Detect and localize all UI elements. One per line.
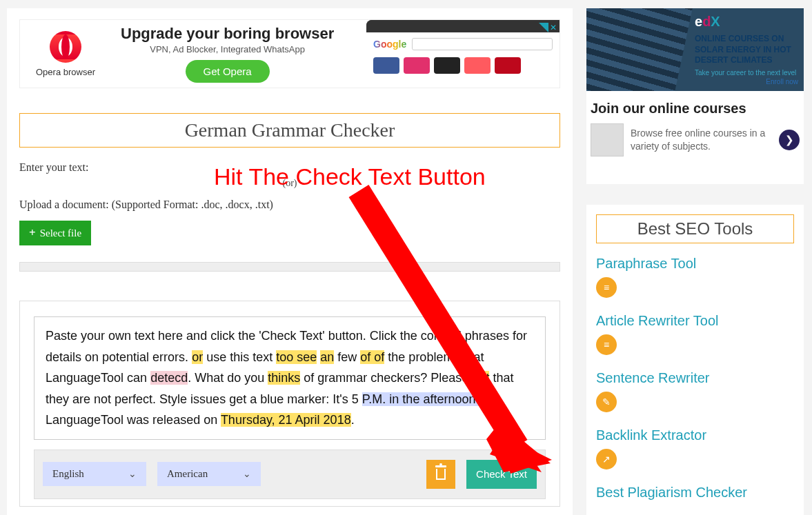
or-label: (or) — [19, 178, 560, 189]
seo-tools-panel: Best SEO Tools Paraphrase Tool≡Article R… — [586, 205, 804, 515]
solar-panel-image — [586, 8, 694, 91]
editor-text: few — [334, 350, 360, 364]
edx-thumb-image — [591, 123, 624, 156]
divider-strip — [19, 262, 560, 272]
highlighted-text[interactable]: P.M. in the afternoon. — [362, 392, 479, 406]
language-select[interactable]: English ⌄ — [43, 462, 146, 486]
highlighted-text[interactable]: thinks — [268, 371, 300, 385]
edx-ad[interactable]: ✕ edX ONLINE COURSES ON SOLAR ENERGY IN … — [586, 8, 804, 184]
plus-icon: + — [29, 226, 36, 240]
tool-icon: ✎ — [596, 392, 617, 412]
edx-description: Browse free online courses in a variety … — [631, 127, 772, 153]
mock-app-tile — [464, 57, 491, 74]
text-editor[interactable]: Paste your own text here and click the '… — [34, 316, 546, 440]
edx-heading: Join our online courses — [586, 101, 804, 123]
chevron-down-icon: ⌄ — [243, 468, 251, 480]
edx-enroll-link[interactable]: Enroll now — [695, 78, 798, 85]
opera-cta-button[interactable]: Get Opera — [186, 60, 270, 83]
editor-text: . What do you — [188, 371, 268, 385]
highlighted-text[interactable]: of of — [360, 350, 384, 364]
editor-container: Paste your own text here and click the '… — [19, 301, 560, 507]
adchoices-icon[interactable] — [539, 23, 548, 32]
highlighted-text[interactable]: not — [472, 371, 489, 385]
seo-tool-item: Article Rewriter Tool≡ — [596, 313, 794, 355]
seo-tool-link[interactable]: Paraphrase Tool — [596, 256, 794, 272]
page-title: German Grammar Checker — [19, 113, 560, 148]
opera-screenshot: Google — [366, 20, 560, 88]
mock-app-tile — [404, 57, 430, 74]
sidebar: ✕ edX ONLINE COURSES ON SOLAR ENERGY IN … — [586, 8, 804, 515]
opera-ad[interactable]: Opera browser Upgrade your boring browse… — [19, 19, 560, 88]
seo-tools-heading: Best SEO Tools — [596, 214, 794, 243]
edx-course-title: ONLINE COURSES ON SOLAR ENERGY IN HOT DE… — [695, 34, 798, 66]
main-panel: Opera browser Upgrade your boring browse… — [7, 8, 573, 515]
seo-tool-link[interactable]: Best Plagiarism Checker — [596, 485, 794, 501]
tool-icon: ↗ — [596, 449, 617, 469]
seo-tool-item: Sentence Rewriter✎ — [596, 370, 794, 412]
mock-app-tile — [495, 57, 521, 74]
editor-text: . — [351, 413, 355, 427]
check-text-button[interactable]: Check Text — [466, 460, 537, 489]
highlighted-text[interactable]: too see — [276, 350, 317, 364]
seo-tool-item: Best Plagiarism Checker — [596, 485, 794, 501]
mock-search-bar — [412, 38, 553, 50]
google-logo: Google — [373, 39, 406, 50]
editor-text: LanguageTool was released on — [46, 413, 221, 427]
seo-tool-item: Backlink Extractor↗ — [596, 427, 794, 469]
opera-brand-block: Opera browser — [24, 31, 107, 77]
seo-tool-link[interactable]: Article Rewriter Tool — [596, 313, 794, 329]
opera-logo-icon — [50, 31, 81, 63]
editor-text: use this text — [203, 350, 276, 364]
edx-go-button[interactable]: ❯ — [779, 130, 800, 150]
mock-app-tiles — [373, 57, 553, 74]
highlighted-text[interactable]: Thursday, 21 April 2018 — [221, 413, 351, 427]
highlighted-text[interactable]: or — [192, 350, 203, 364]
edx-logo: edX — [695, 14, 720, 29]
tool-icon: ≡ — [596, 334, 617, 355]
seo-tool-item: Paraphrase Tool≡ — [596, 256, 794, 298]
seo-tool-link[interactable]: Sentence Rewriter — [596, 370, 794, 386]
upload-label: Upload a document: (Supported Format: .d… — [19, 199, 560, 211]
edx-tagline: Take your career to the next level — [695, 69, 798, 77]
language-value: English — [52, 468, 84, 480]
opera-brand-label: Opera browser — [24, 67, 107, 77]
editor-toolbar: English ⌄ American ⌄ Check Text — [34, 450, 546, 499]
mock-app-tile — [434, 57, 460, 74]
highlighted-text[interactable]: detecd — [150, 371, 188, 385]
trash-icon — [436, 469, 446, 480]
highlighted-text[interactable]: an — [320, 350, 334, 364]
enter-text-label: Enter your text: — [19, 161, 560, 174]
editor-text: of grammar checkers? Please — [300, 371, 472, 385]
opera-headline: Upgrade your boring browser — [121, 25, 334, 43]
opera-ad-copy: Upgrade your boring browser VPN, Ad Bloc… — [121, 25, 334, 83]
tool-icon: ≡ — [596, 277, 617, 298]
select-file-label: Select file — [40, 228, 81, 239]
chevron-down-icon: ⌄ — [128, 468, 137, 480]
seo-tool-link[interactable]: Backlink Extractor — [596, 427, 794, 443]
opera-subhead: VPN, Ad Blocker, Integrated WhatsApp — [121, 44, 334, 54]
ad-close-icon[interactable]: ✕ — [550, 23, 557, 32]
select-file-button[interactable]: + Select file — [19, 221, 91, 245]
variant-value: American — [167, 468, 208, 480]
variant-select[interactable]: American ⌄ — [157, 462, 261, 486]
mock-app-tile — [373, 57, 399, 74]
ad-badge: ✕ — [539, 23, 557, 32]
clear-button[interactable] — [426, 460, 455, 489]
